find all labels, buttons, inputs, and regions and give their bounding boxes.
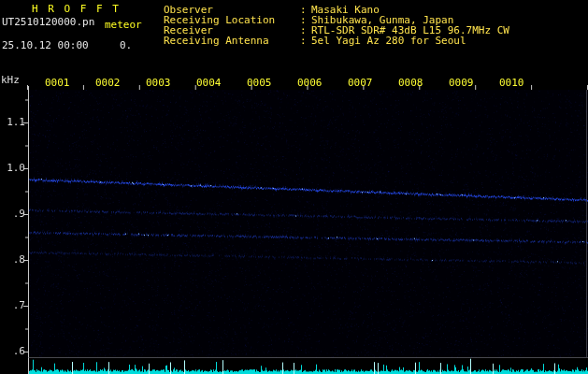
mode-label: meteor xyxy=(105,20,142,30)
spectrogram-canvas xyxy=(0,0,588,374)
freq-tick-label: .8 xyxy=(0,254,25,265)
freq-tick-label: 1.0 xyxy=(0,163,25,173)
observation-meta: Observer:Masaki Kano Receiving Location:… xyxy=(164,5,509,46)
time-tick-label: 0004 xyxy=(196,78,222,88)
freq-tick-label: .7 xyxy=(0,300,25,310)
meta-value: 5el Yagi Az 280 for Seoul xyxy=(311,36,466,46)
freq-tick-label: .9 xyxy=(0,209,25,219)
freq-axis-unit: kHz xyxy=(1,75,20,85)
freq-tick-label: 1.1 xyxy=(0,117,25,127)
file-name-label: UT2510120000.pn xyxy=(2,17,94,27)
time-tick-label: 0006 xyxy=(297,78,323,88)
time-tick-label: 0010 xyxy=(499,78,524,88)
freq-tick-label: .6 xyxy=(0,346,25,356)
meta-separator: : xyxy=(300,36,311,46)
hrofft-window: H R O F F T UT2510120000.pn meteor 25.10… xyxy=(0,0,588,374)
time-tick-label: 0001 xyxy=(45,78,70,88)
time-tick-label: 0003 xyxy=(146,78,171,88)
datetime-label: 25.10.12 00:00 xyxy=(2,40,89,50)
time-tick-label: 0009 xyxy=(449,78,474,88)
time-tick-label: 0002 xyxy=(95,78,121,88)
meta-label: Receiving Antenna xyxy=(164,36,300,46)
meta-row: Receiving Antenna:5el Yagi Az 280 for Se… xyxy=(164,36,509,46)
app-title: H R O F F T xyxy=(32,4,121,14)
time-tick-label: 0008 xyxy=(398,78,423,88)
counter-label: 0. xyxy=(120,40,132,50)
time-tick-label: 0007 xyxy=(348,78,373,88)
time-tick-label: 0005 xyxy=(247,78,272,88)
